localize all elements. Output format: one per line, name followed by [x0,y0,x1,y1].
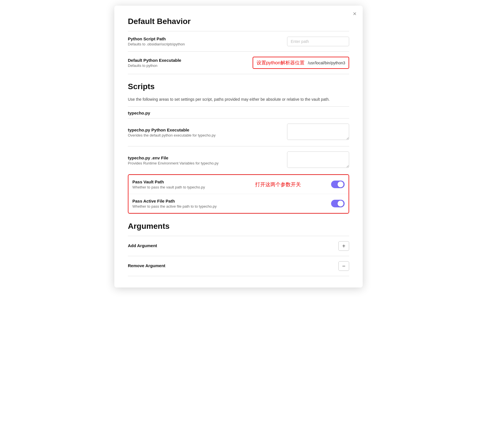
python-script-path-label: Python Script Path [128,36,280,41]
pass-vault-path-left: Pass Vault Path Whether to pass the vaul… [132,179,225,189]
default-behavior-title: Default Behavior [128,17,349,26]
script-python-executable-desc: Overides the default python executable f… [128,133,280,137]
pass-active-file-path-left: Pass Active File Path Whether to pass th… [132,199,225,208]
divider [128,214,349,214]
python-script-path-desc: Defaults to .obsidian\scripts\python [128,42,280,46]
executable-annotation: 设置python解析器位置 [253,57,307,68]
python-script-path-input[interactable] [287,37,349,46]
python-script-path-row: Python Script Path Defaults to .obsidian… [128,31,349,51]
default-python-executable-desc: Defaults to python [128,63,246,68]
pass-vault-path-desc: Whether to pass the vault path to typech… [132,185,225,189]
pass-active-file-path-row: Pass Active File Path Whether to pass th… [128,194,349,213]
divider [128,276,349,276]
scripts-title: Scripts [128,82,349,91]
remove-argument-button[interactable]: − [338,261,349,271]
pass-vault-path-row: Pass Vault Path Whether to pass the vaul… [128,175,349,194]
close-button[interactable]: × [353,11,356,17]
script-python-executable-input[interactable] [287,124,349,140]
scripts-desc: Use the following areas to set settings … [128,96,349,102]
script-env-file-input[interactable] [287,151,349,168]
pass-active-file-path-slider [331,200,345,207]
default-python-executable-right: 设置python解析器位置 /usr/local/bin/python3 [253,57,349,69]
remove-argument-right: − [338,261,349,271]
add-argument-right: + [338,241,349,251]
script-python-executable-left: typecho.py Python Executable Overides th… [128,128,280,137]
executable-value: /usr/local/bin/python3 [307,58,349,67]
pass-active-file-path-desc: Whether to pass the active file path to … [132,204,225,208]
add-argument-row: Add Argument + [128,236,349,256]
pass-active-file-path-toggle-wrapper [331,200,345,207]
remove-argument-row: Remove Argument − [128,256,349,276]
scripts-section: Scripts Use the following areas to set s… [128,82,349,214]
script-env-file-right [287,151,349,169]
pass-active-file-path-label: Pass Active File Path [132,199,225,203]
divider [128,74,349,74]
script-python-executable-row: typecho.py Python Executable Overides th… [128,118,349,146]
remove-argument-label: Remove Argument [128,263,332,268]
default-python-executable-label: Default Python Executable [128,58,246,63]
pass-vault-path-label: Pass Vault Path [132,179,225,184]
script-env-file-desc: Provides Runtime Environment Variables f… [128,161,280,165]
add-argument-left: Add Argument [128,243,332,249]
python-script-path-left: Python Script Path Defaults to .obsidian… [128,36,280,46]
pass-vault-path-toggle[interactable] [331,181,345,188]
add-argument-label: Add Argument [128,243,332,248]
arguments-section: Arguments Add Argument + Remove Argument… [128,222,349,276]
pass-vault-path-slider [331,181,345,188]
pass-active-file-path-toggle[interactable] [331,200,345,207]
script-env-file-row: typecho.py .env File Provides Runtime En… [128,146,349,174]
pass-vault-path-toggle-wrapper [331,181,345,188]
script-name: typecho.py [128,107,349,118]
script-env-file-left: typecho.py .env File Provides Runtime En… [128,155,280,165]
script-env-file-label: typecho.py .env File [128,155,280,160]
add-argument-button[interactable]: + [338,241,349,251]
default-python-executable-row: Default Python Executable Defaults to py… [128,52,349,74]
toggle-annotation: 打开这两个参数开关 [255,181,301,188]
python-script-path-right [287,37,349,46]
script-python-executable-label: typecho.py Python Executable [128,128,280,132]
settings-modal: × Default Behavior Python Script Path De… [114,6,363,287]
arguments-title: Arguments [128,222,349,231]
default-python-executable-left: Default Python Executable Defaults to py… [128,58,246,68]
highlighted-executable-wrapper: 设置python解析器位置 /usr/local/bin/python3 [253,57,349,69]
script-python-executable-right [287,124,349,141]
remove-argument-left: Remove Argument [128,263,332,269]
highlighted-toggles-section: Pass Vault Path Whether to pass the vaul… [128,174,349,214]
